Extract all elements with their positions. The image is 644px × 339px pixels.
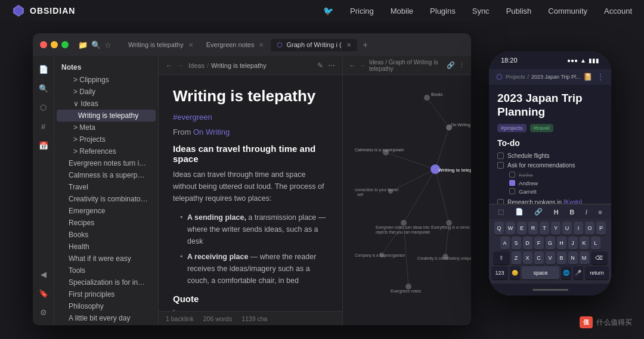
file-first-principles[interactable]: First principles — [57, 288, 156, 300]
key-h[interactable]: H — [557, 237, 566, 250]
graph-more-icon[interactable]: ⋮ — [459, 61, 465, 69]
forward-nav-icon[interactable]: → — [177, 62, 184, 69]
share-icon[interactable]: ⋯ — [328, 61, 335, 70]
sidebar-icon-bookmarks[interactable]: 🔖 — [35, 285, 52, 301]
key-x[interactable]: X — [523, 251, 532, 265]
file-ideas-folder[interactable]: ∨ Ideas — [57, 98, 156, 110]
nav-plugins[interactable]: Plugins — [430, 7, 456, 15]
key-space[interactable]: space — [522, 266, 559, 279]
key-v[interactable]: V — [546, 251, 555, 265]
nav-mobile[interactable]: Mobile — [391, 7, 413, 15]
minimize-button[interactable] — [51, 41, 58, 48]
phone-checkbox-0[interactable] — [497, 153, 504, 159]
phone-note-icon[interactable]: 📔 — [583, 73, 592, 81]
key-backspace[interactable]: ⌫ — [591, 251, 608, 265]
tab-writing-telepathy[interactable]: Writing is telepathy ✕ — [122, 39, 199, 51]
graph-link-icon[interactable]: 🔗 — [447, 61, 455, 69]
search-icon[interactable]: 🔍 — [91, 41, 101, 49]
key-e[interactable]: E — [517, 222, 527, 235]
key-y[interactable]: Y — [551, 222, 561, 235]
kb-tool-grid[interactable]: ⬚ — [496, 207, 506, 217]
file-1000-fans[interactable]: 1,000 true fans — [57, 324, 156, 325]
edit-icon[interactable]: ✎ — [317, 61, 323, 70]
star-icon[interactable]: ☆ — [104, 41, 112, 49]
key-s[interactable]: S — [512, 237, 521, 250]
kb-tool-italic[interactable]: I — [583, 207, 590, 217]
tab-close-0[interactable]: ✕ — [188, 42, 193, 48]
file-travel[interactable]: Travel — [57, 181, 156, 193]
tab-graph[interactable]: ⬡ Graph of Writing i ( ✕ — [271, 39, 357, 51]
file-writing-telepathy[interactable]: Writing is telepathy — [57, 110, 156, 122]
file-references[interactable]: > References — [57, 145, 156, 157]
key-m[interactable]: M — [580, 251, 589, 265]
nav-pricing[interactable]: Pricing — [350, 7, 374, 15]
graph-forward-icon[interactable]: → — [359, 62, 366, 69]
file-little-bit[interactable]: A little bit every day — [57, 312, 156, 324]
kb-tool-heading[interactable]: H — [552, 207, 561, 217]
file-what-if[interactable]: What if it were easy — [57, 253, 156, 265]
key-emoji[interactable]: 😊 — [510, 266, 520, 279]
graph-canvas[interactable]: Books On Writing Calmness is a superpowe… — [343, 75, 471, 325]
file-meta[interactable]: > Meta — [57, 122, 156, 133]
close-button[interactable] — [40, 41, 47, 48]
phone-checkbox-1[interactable] — [497, 162, 504, 169]
key-l[interactable]: L — [591, 237, 600, 250]
kyoto-link[interactable]: [Kyoto] — [564, 199, 582, 204]
key-b[interactable]: B — [557, 251, 566, 265]
file-philosophy[interactable]: Philosophy — [57, 300, 156, 312]
phone-tag-travel[interactable]: #travel — [530, 124, 553, 132]
phone-sub-checkbox-andrew[interactable] — [509, 180, 515, 186]
sidebar-icon-tags[interactable]: # — [35, 118, 52, 135]
folder-icon[interactable]: 📁 — [78, 41, 88, 49]
key-k[interactable]: K — [580, 237, 589, 250]
key-t[interactable]: T — [540, 222, 549, 235]
nav-publish[interactable]: Publish — [506, 7, 532, 15]
key-z[interactable]: Z — [512, 251, 521, 265]
key-mic[interactable]: 🎤 — [573, 266, 583, 279]
key-shift[interactable]: ⇧ — [493, 251, 510, 265]
key-n[interactable]: N — [568, 251, 578, 265]
key-w[interactable]: W — [506, 222, 515, 235]
file-recipes[interactable]: Recipes — [57, 217, 156, 229]
nav-community[interactable]: Community — [548, 7, 587, 15]
graph-back-icon[interactable]: ← — [349, 62, 355, 69]
file-creativity[interactable]: Creativity is combinatory u... — [57, 193, 156, 205]
nav-account[interactable]: Account — [604, 7, 632, 15]
twitter-icon[interactable]: 🐦 — [323, 6, 333, 15]
key-q[interactable]: Q — [494, 222, 504, 235]
file-clippings[interactable]: > Clippings — [57, 74, 156, 86]
file-daily[interactable]: > Daily — [57, 86, 156, 98]
key-r[interactable]: R — [528, 222, 538, 235]
phone-checkbox-2[interactable] — [497, 199, 504, 204]
key-globe[interactable]: 🌐 — [561, 266, 571, 279]
key-u[interactable]: U — [562, 222, 572, 235]
nav-sync[interactable]: Sync — [472, 7, 490, 15]
on-writing-link[interactable]: On Writing — [193, 127, 230, 136]
file-health[interactable]: Health — [57, 241, 156, 253]
file-specialization[interactable]: Specialization is for insects — [57, 276, 156, 288]
kb-tool-bold[interactable]: B — [567, 207, 577, 217]
file-projects[interactable]: > Projects — [57, 133, 156, 145]
maximize-button[interactable] — [61, 41, 69, 48]
phone-tag-projects[interactable]: #projects — [497, 124, 527, 132]
tab-evergreen-notes[interactable]: Evergreen notes ✕ — [200, 39, 270, 51]
sidebar-icon-search[interactable]: 🔍 — [35, 80, 52, 97]
key-c[interactable]: C — [534, 251, 544, 265]
key-a[interactable]: A — [500, 237, 510, 250]
key-return[interactable]: return — [585, 266, 609, 279]
file-emergence[interactable]: Emergence — [57, 205, 156, 217]
phone-more-icon[interactable]: ⋮ — [597, 73, 604, 81]
sidebar-icon-back[interactable]: ◀ — [35, 266, 52, 282]
new-tab-button[interactable]: + — [358, 38, 373, 52]
kb-tool-list[interactable]: ≡ — [596, 207, 604, 217]
key-p[interactable]: P — [596, 222, 606, 235]
tab-close-1[interactable]: ✕ — [259, 42, 264, 48]
kb-tool-link[interactable]: 🔗 — [532, 207, 545, 217]
sidebar-icon-calendar[interactable]: 📅 — [35, 137, 52, 154]
phone-sub-checkbox-keiko[interactable] — [509, 172, 515, 178]
back-nav-icon[interactable]: ← — [166, 62, 172, 69]
key-i[interactable]: I — [574, 222, 583, 235]
file-evergreen-notes-turn[interactable]: Evergreen notes turn ideas... — [57, 157, 156, 169]
key-123[interactable]: 123 — [491, 266, 508, 279]
file-books[interactable]: Books — [57, 229, 156, 241]
